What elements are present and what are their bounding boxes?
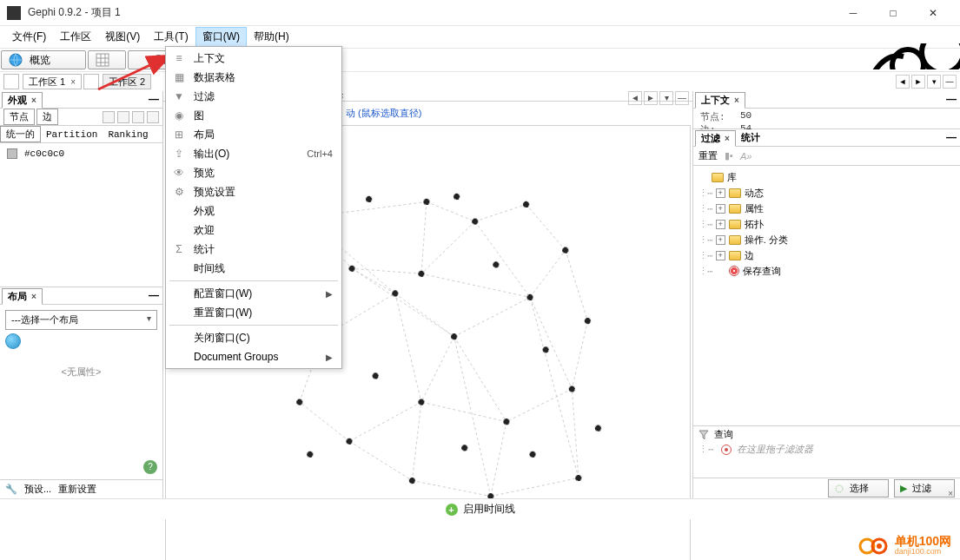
menu-item-[interactable]: ⊞布局 <box>168 125 340 144</box>
minimize-panel-button[interactable]: — <box>943 75 957 89</box>
minimize-panel-icon[interactable]: — <box>944 93 958 107</box>
presets-label[interactable]: 预设... <box>24 483 51 496</box>
layout-tab[interactable]: 布局 × <box>2 288 43 305</box>
menu-item-[interactable]: 时间线 <box>168 259 340 278</box>
svg-line-23 <box>421 337 454 402</box>
expand-icon[interactable]: + <box>716 188 725 198</box>
menu-item-[interactable]: 👁预览 <box>168 163 340 182</box>
preview-icon <box>136 53 149 67</box>
menu-item-[interactable]: ▦数据表格 <box>168 68 340 87</box>
filter-tab[interactable]: 过滤 × <box>695 130 736 147</box>
tree-item[interactable]: ⋮⋯保存查询 <box>698 263 955 279</box>
close-icon[interactable]: × <box>725 134 730 143</box>
new-workspace-button[interactable] <box>3 74 19 89</box>
filter-text-icon[interactable]: A» <box>740 151 751 161</box>
menu-item-[interactable]: ◉图 <box>168 106 340 125</box>
overview-tab-label: 概览 <box>30 53 50 68</box>
partition-tab[interactable]: Partition <box>41 128 103 141</box>
maximize-button[interactable]: □ <box>873 0 913 26</box>
menu-window[interactable]: 窗口(W) <box>195 27 247 47</box>
menu-item-[interactable]: ▼过滤 <box>168 87 340 106</box>
filter-button[interactable]: ▶ 过滤 <box>894 479 955 497</box>
filter-tool-icon[interactable]: ▮▪ <box>725 150 733 161</box>
tree-item[interactable]: ⋮⋯+边 <box>698 247 955 263</box>
scroll-left-button[interactable]: ◄ <box>628 91 642 105</box>
menu-item-[interactable]: 外观 <box>168 201 340 221</box>
tree-item[interactable]: ⋮⋯+动态 <box>698 185 955 201</box>
close-icon[interactable]: × <box>31 96 36 105</box>
color-mode-icon[interactable] <box>103 111 115 123</box>
ranking-tab[interactable]: Ranking <box>103 128 153 141</box>
workspace-tab-2[interactable]: 工作区 2 <box>103 74 151 89</box>
dropdown-button[interactable]: ▾ <box>659 91 673 105</box>
expand-icon[interactable]: + <box>716 220 725 229</box>
new-workspace-button-2[interactable] <box>83 74 99 89</box>
edges-tab[interactable]: 边 <box>36 109 58 125</box>
stats-tab[interactable]: 统计 <box>736 130 765 145</box>
help-icon[interactable]: ? <box>143 460 157 474</box>
svg-point-73 <box>836 485 843 492</box>
close-icon[interactable]: × <box>948 489 953 498</box>
size-mode-icon[interactable] <box>117 111 129 123</box>
svg-line-26 <box>475 221 530 297</box>
menu-item-c[interactable]: 关闭窗口(C) <box>168 328 340 347</box>
close-button[interactable]: ✕ <box>913 0 953 26</box>
tree-item[interactable]: ⋮⋯+属性 <box>698 201 955 216</box>
svg-line-17 <box>421 402 506 422</box>
expand-icon[interactable]: + <box>716 235 725 245</box>
overview-tab[interactable]: 概览 <box>1 50 86 69</box>
export-icon: ⇪ <box>171 146 187 161</box>
tree-item[interactable]: ⋮⋯+拓扑 <box>698 216 955 232</box>
minimize-panel-icon[interactable]: — <box>147 93 161 107</box>
scroll-left-button[interactable]: ◄ <box>896 75 910 89</box>
close-icon[interactable]: × <box>31 292 36 301</box>
minimize-button[interactable]: ─ <box>833 0 873 26</box>
filter-tree[interactable]: 库⋮⋯+动态⋮⋯+属性⋮⋯+拓扑⋮⋯+操作. 分类⋮⋯+边⋮⋯保存查询 <box>693 166 960 425</box>
svg-line-34 <box>454 337 506 422</box>
tree-item[interactable]: ⋮⋯+操作. 分类 <box>698 232 955 247</box>
minimize-panel-icon[interactable]: — <box>944 131 958 145</box>
select-button[interactable]: 选择 <box>828 479 889 497</box>
unified-tab[interactable]: 统一的 <box>0 126 41 142</box>
presets-reset[interactable]: 重新设置 <box>58 483 96 496</box>
close-icon[interactable]: × <box>70 77 76 87</box>
menu-item-documentgroups[interactable]: Document Groups▶ <box>168 347 340 366</box>
minimize-panel-icon[interactable]: — <box>675 91 689 105</box>
menu-item-label: 数据表格 <box>194 70 333 85</box>
expand-icon[interactable]: + <box>716 251 725 260</box>
menu-item-[interactable]: ⚙预览设置 <box>168 182 340 201</box>
context-tab[interactable]: 上下文 × <box>695 92 745 109</box>
window-titlebar: Gephi 0.9.2 - 项目 1 ─ □ ✕ <box>0 0 960 26</box>
menu-help[interactable]: 帮助(H) <box>247 27 296 47</box>
scroll-right-button[interactable]: ► <box>644 91 658 105</box>
nodes-tab[interactable]: 节点 <box>3 109 35 125</box>
menu-item-w[interactable]: 重置窗口(W) <box>168 303 340 322</box>
tree-item[interactable]: 库 <box>698 169 955 185</box>
datatable-tab[interactable] <box>88 50 126 69</box>
minimize-panel-icon[interactable]: — <box>147 289 161 303</box>
menu-item-w[interactable]: 配置窗口(W)▶ <box>168 284 340 303</box>
dropdown-button[interactable]: ▾ <box>927 75 941 89</box>
menu-item-o[interactable]: ⇪输出(O)Ctrl+4 <box>168 144 340 163</box>
close-icon[interactable]: × <box>734 96 739 105</box>
label-size-icon[interactable] <box>147 111 159 123</box>
menu-item-label: 重置窗口(W) <box>194 306 333 320</box>
reset-filter-button[interactable]: 重置 <box>698 149 718 162</box>
menu-tools[interactable]: 工具(T) <box>147 27 195 47</box>
menu-file[interactable]: 文件(F) <box>5 27 53 47</box>
run-layout-button[interactable] <box>5 333 21 349</box>
menu-view[interactable]: 视图(V) <box>98 27 147 47</box>
menu-item-[interactable]: ≡上下文 <box>168 49 340 68</box>
layout-select[interactable]: ---选择一个布局 <box>5 310 157 330</box>
menu-item-[interactable]: 欢迎 <box>168 221 340 240</box>
timeline-bar[interactable]: × + 启用时间线 <box>0 498 960 519</box>
label-color-icon[interactable] <box>132 111 144 123</box>
menu-item-[interactable]: Σ统计 <box>168 240 340 259</box>
color-hex-value: #c0c0c0 <box>24 148 64 159</box>
expand-icon[interactable]: + <box>716 204 725 214</box>
workspace-tab-1[interactable]: 工作区 1 × <box>23 74 82 89</box>
menu-workspace[interactable]: 工作区 <box>53 27 98 47</box>
appearance-tab[interactable]: 外观 × <box>2 92 43 109</box>
color-swatch[interactable] <box>7 148 17 159</box>
scroll-right-button[interactable]: ► <box>911 75 925 89</box>
